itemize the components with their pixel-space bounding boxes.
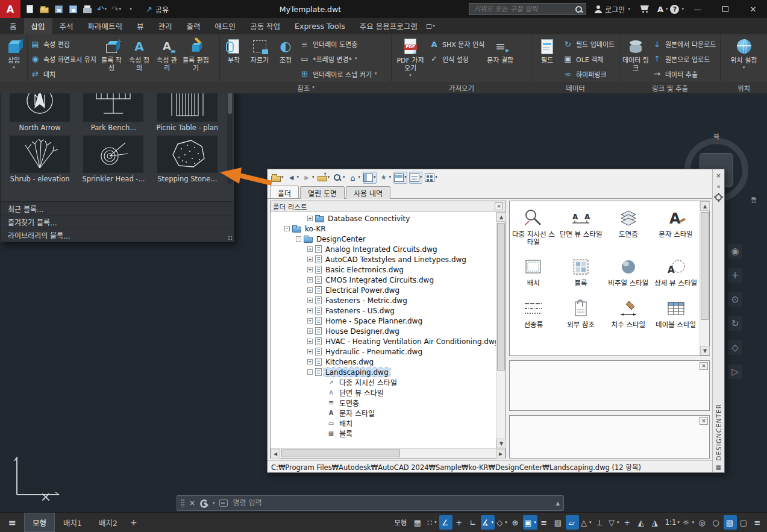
ribbon-tab[interactable]: 주요 응용프로그램 (352, 18, 425, 34)
frame-setting-dropdown[interactable]: *프레임 변경*▾ (299, 52, 377, 66)
download-from-source-button[interactable]: 원본에서 다운로드 (652, 37, 716, 51)
3d-osnap-icon[interactable]: ▾ (580, 515, 593, 530)
manage-attributes-button[interactable]: 속성 관리 (154, 36, 180, 82)
search-icon[interactable]: ▾ (332, 172, 346, 184)
back-icon[interactable]: ▾ (286, 172, 300, 184)
content-item-xrefs[interactable]: 외부 참조 (557, 298, 605, 329)
views-icon[interactable]: ▾ (424, 172, 438, 184)
gallery-block-stepping-stone[interactable]: Stepping Stone... (151, 134, 224, 185)
adjust-button[interactable]: 조정 (274, 36, 297, 82)
tree-item[interactable]: 도면층 (271, 398, 496, 408)
orbit-icon[interactable]: ↻ (728, 316, 742, 331)
ribbon-tab[interactable]: 뷰 (130, 18, 151, 34)
ribbon-tab[interactable]: 삽입 (24, 18, 52, 34)
block-editor-button[interactable]: 블록 편집기 (182, 36, 210, 82)
hyperlink-button[interactable]: 하이퍼링크 (563, 67, 615, 81)
undo-button[interactable]: ↶▾ (95, 2, 108, 16)
tree-item[interactable]: + Analog Integrated Circuits.dwg (271, 244, 496, 254)
tree-item[interactable]: - Landscaping.dwg (271, 367, 496, 377)
tree-item[interactable]: + HVAC - Heating Ventilation Air Conditi… (271, 336, 496, 346)
app-store-cart-icon[interactable] (640, 5, 650, 13)
shx-text-recognition-button[interactable]: SHX 문자 인식 (429, 37, 484, 51)
gallery-resize-grip[interactable] (228, 236, 233, 240)
tree-expand-toggle[interactable]: + (307, 277, 313, 283)
tree-item[interactable]: 다중 지시선 스타일 (271, 377, 496, 387)
tree-item[interactable]: 문자 스타일 (271, 408, 496, 418)
favorite-blocks-item[interactable]: 즐겨찾기 블록... (1, 215, 234, 228)
tree-item[interactable]: 블록 (271, 428, 496, 439)
keep-attribute-display-button[interactable]: 속성 화면표시 유지 (30, 52, 96, 66)
content-item-dimension-styles[interactable]: 치수 스타일 (605, 298, 653, 329)
content-item-detail-view-style[interactable]: A 상세 뷰 스타일 (652, 256, 700, 287)
tree-expand-toggle[interactable]: + (307, 267, 313, 272)
tree-item[interactable]: 배치 (271, 418, 496, 428)
update-fields-button[interactable]: 필드 업데이트 (563, 37, 615, 51)
tree-expand-toggle[interactable]: + (307, 339, 313, 344)
tree-item[interactable]: + Hydraulic - Pneumatic.dwg (271, 346, 496, 357)
tree-expand-toggle[interactable]: + (307, 216, 313, 221)
ribbon-display-toggle[interactable]: ▾ (421, 18, 441, 34)
tree-item[interactable]: - DesignCenter (271, 234, 496, 244)
transparency-icon[interactable]: ▾ (552, 515, 565, 530)
workspace-switching-icon[interactable]: ▾ (681, 515, 695, 530)
tree-vertical-scrollbar[interactable]: ▲ ▼ (496, 212, 506, 448)
layout-tab[interactable]: 배치2 (90, 513, 126, 532)
tree-item[interactable]: + Kitchens.dwg (271, 357, 496, 367)
selection-filter-icon[interactable]: ▾ (607, 515, 621, 530)
scrollbar-thumb[interactable] (281, 449, 400, 457)
tree-expand-toggle[interactable]: + (307, 298, 313, 303)
dc-close-icon[interactable]: × (715, 171, 723, 180)
upload-to-source-button[interactable]: 원본으로 업로드 (652, 52, 716, 66)
pan-icon[interactable]: + (728, 268, 742, 283)
scroll-up-icon[interactable]: ▲ (496, 212, 506, 222)
tree-expand-toggle[interactable]: - (307, 369, 313, 375)
ribbon-tab[interactable]: 공동 작업 (243, 18, 287, 34)
layout-menu-hamburger-icon[interactable]: ≡ (0, 513, 24, 532)
ole-object-button[interactable]: OLE 객체 (563, 52, 615, 66)
content-item-visual-styles[interactable]: 비주얼 스타일 (605, 256, 653, 287)
replace-block-button[interactable]: 대치 (30, 67, 96, 81)
scroll-left-icon[interactable]: ◀ (271, 449, 280, 458)
tree-item[interactable]: - ko-KR (271, 224, 496, 234)
attribute-edit-button[interactable]: 속성 편집 (30, 37, 96, 51)
content-item-section-view-style[interactable]: A A 단면 뷰 스타일 (557, 207, 605, 246)
tree-horizontal-scrollbar[interactable]: ◀ ▶ (271, 448, 506, 458)
save-button[interactable] (52, 2, 65, 16)
autoscale-icon[interactable]: ▾ (649, 515, 662, 530)
dynamic-ucs-icon[interactable]: ▾ (593, 515, 607, 530)
navbar-more-icon[interactable]: ▷ (728, 365, 742, 379)
scroll-down-icon[interactable]: ▼ (496, 439, 506, 448)
annotation-scale-button[interactable]: 1:1▾ (663, 515, 681, 530)
recent-blocks-item[interactable]: 최근 블록... (1, 202, 234, 215)
model-paper-toggle[interactable]: 모형 (390, 515, 411, 530)
scroll-up-icon[interactable]: ▲ (700, 201, 710, 211)
clip-button[interactable]: 자르기 (248, 36, 272, 82)
tree-item[interactable]: + Electrical Power.dwg (271, 285, 496, 295)
content-item-layers[interactable]: 도면층 (605, 207, 653, 246)
data-panel-label[interactable]: 데이터 (531, 82, 619, 93)
grid-icon[interactable]: ▾ (412, 515, 425, 530)
command-drag-handle[interactable] (181, 499, 185, 507)
home-icon[interactable]: ▾ (348, 172, 362, 184)
infer-constraints-icon[interactable]: ▾ (439, 515, 452, 530)
dc-tab[interactable]: 사용 내역 (346, 186, 390, 199)
data-link-button[interactable]: 데이터 링크 (622, 36, 650, 82)
extract-data-button[interactable]: 데이터 추출 (652, 67, 716, 81)
tree-expand-toggle[interactable]: + (307, 257, 313, 262)
tree-expand-toggle[interactable]: + (307, 328, 313, 334)
snap-to-underlay-dropdown[interactable]: 언더레이로 스냅 켜기▾ (299, 67, 377, 81)
combine-text-button[interactable]: 문자 결합 (487, 36, 513, 82)
zoom-icon[interactable]: ⊙ (728, 292, 742, 307)
isolate-objects-icon[interactable]: ▾ (710, 515, 723, 530)
description-close-icon[interactable]: × (700, 417, 708, 425)
open-file-button[interactable] (37, 2, 51, 16)
ribbon-tab[interactable]: 관리 (151, 18, 180, 34)
content-item-blocks[interactable]: 블록 (557, 256, 605, 287)
command-input[interactable] (232, 498, 552, 508)
tree-expand-toggle[interactable]: - (284, 226, 290, 231)
scrollbar-thumb[interactable] (701, 212, 709, 320)
tree-item[interactable]: + AutoCAD Textstyles and Linetypes.dwg (271, 254, 496, 264)
tree-expand-toggle[interactable]: + (307, 318, 313, 324)
tree-item[interactable]: + Fasteners - Metric.dwg (271, 295, 496, 305)
pdf-import-button[interactable]: PDF 가져오기 ▾ (394, 36, 427, 82)
